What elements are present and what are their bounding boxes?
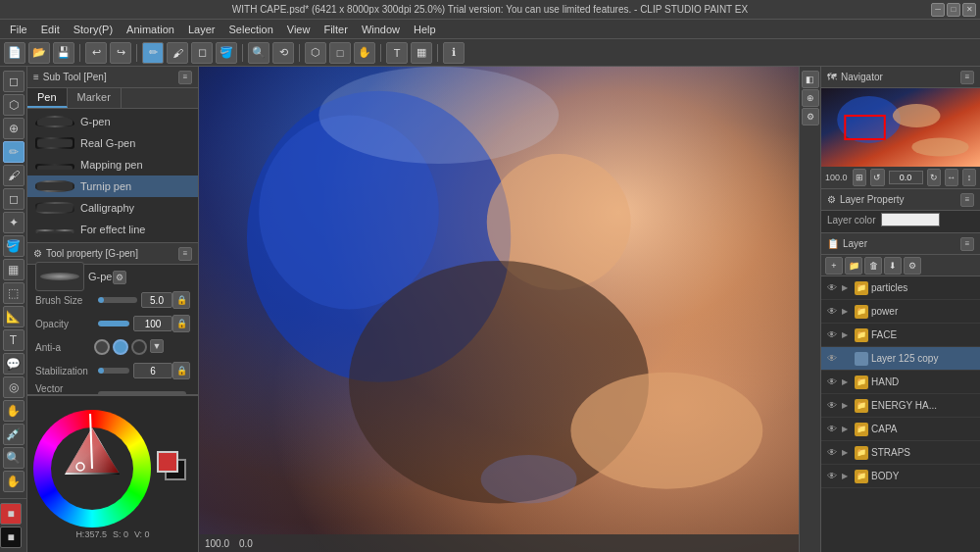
toolbar-zoom[interactable]: 🔍: [248, 42, 270, 64]
layer-folder-btn[interactable]: 📁: [845, 257, 862, 275]
layer-item-particles[interactable]: 👁 ▶ 📁 particles: [821, 276, 980, 300]
tool-gradient[interactable]: ▦: [3, 259, 24, 280]
right-icon-2[interactable]: ⊕: [802, 89, 819, 107]
layer-color-swatch[interactable]: [881, 213, 940, 226]
tool-fg-color[interactable]: ■: [0, 503, 22, 525]
layer-eye-face[interactable]: 👁: [825, 328, 839, 342]
stabilization-input[interactable]: [133, 363, 172, 378]
tool-pen[interactable]: ✏: [3, 141, 24, 163]
tool-eraser[interactable]: ◻: [3, 188, 24, 210]
close-button[interactable]: ✕: [962, 3, 976, 17]
layer-expand-capa[interactable]: ▶: [842, 425, 852, 433]
anti-alias-off-btn[interactable]: [94, 339, 110, 355]
layer-item-layer125[interactable]: 👁 Layer 125 copy: [821, 347, 980, 371]
toolbar-undo[interactable]: ↩: [85, 42, 107, 64]
right-icon-3[interactable]: ⚙: [802, 108, 819, 125]
right-icon-1[interactable]: ◧: [802, 71, 819, 88]
menu-help[interactable]: Help: [408, 23, 442, 36]
layer-eye-power[interactable]: 👁: [825, 305, 839, 319]
tool-figure[interactable]: ⬚: [3, 282, 24, 304]
toolbar-info[interactable]: ℹ: [443, 42, 465, 64]
nav-zoom-fit-btn[interactable]: ⊞: [853, 169, 866, 186]
layer-eye-body[interactable]: 👁: [825, 470, 839, 483]
sub-tool-menu-btn[interactable]: ≡: [178, 71, 192, 84]
stabilization-slider[interactable]: [98, 368, 129, 374]
tool-selection[interactable]: ◻: [3, 71, 24, 92]
brush-effect-line[interactable]: For effect line: [27, 219, 198, 240]
brush-real-g-pen[interactable]: Real G-pen: [27, 132, 198, 154]
toolbar-text[interactable]: T: [386, 42, 408, 64]
toolbar-lasso[interactable]: ⬡: [305, 42, 326, 64]
menu-window[interactable]: Window: [356, 23, 406, 36]
layer-expand-body[interactable]: ▶: [842, 472, 852, 480]
layer-eye-hand[interactable]: 👁: [825, 376, 839, 389]
toolbar-redo[interactable]: ↪: [110, 42, 131, 64]
toolbar-fill[interactable]: 🪣: [216, 42, 237, 64]
tool-brush[interactable]: 🖌: [3, 165, 24, 186]
brush-size-input[interactable]: [141, 292, 172, 308]
nav-rotate-right-btn[interactable]: ↻: [927, 169, 941, 186]
layer-item-straps[interactable]: 👁 ▶ 📁 STRAPS: [821, 441, 980, 465]
tool-fill[interactable]: 🪣: [3, 235, 24, 257]
navigator-preview[interactable]: [821, 88, 980, 167]
tab-marker[interactable]: Marker: [68, 88, 122, 108]
menu-edit[interactable]: Edit: [35, 23, 66, 36]
layer-item-hand[interactable]: 👁 ▶ 📁 HAND: [821, 371, 980, 394]
toolbar-eraser[interactable]: ◻: [191, 42, 213, 64]
minimize-button[interactable]: ─: [931, 3, 945, 17]
layer-expand-energy[interactable]: ▶: [842, 401, 852, 410]
stabilization-lock-btn[interactable]: 🔒: [172, 362, 190, 379]
layer-merge-btn[interactable]: ⬇: [884, 257, 902, 275]
nav-flip-h-btn[interactable]: ↔: [945, 169, 958, 186]
brush-settings-btn[interactable]: ⚙: [113, 271, 126, 284]
layer-eye-layer125[interactable]: 👁: [825, 352, 839, 366]
layer-expand-particles[interactable]: ▶: [842, 283, 852, 292]
tool-property-menu-btn[interactable]: ≡: [178, 247, 192, 261]
menu-story[interactable]: Story(P): [68, 23, 119, 36]
brush-size-slider[interactable]: [98, 297, 137, 303]
navigator-menu-btn[interactable]: ≡: [960, 71, 974, 84]
layer-eye-capa[interactable]: 👁: [825, 423, 839, 436]
brush-turnip-pen[interactable]: Turnip pen: [27, 176, 198, 197]
anti-alias-high-btn[interactable]: [131, 339, 147, 355]
toolbar-gradient[interactable]: ▦: [411, 42, 432, 64]
tool-correction[interactable]: ◎: [3, 376, 24, 398]
layer-delete-btn[interactable]: 🗑: [864, 257, 882, 275]
nav-rotate-left-btn[interactable]: ↺: [870, 169, 884, 186]
layer-expand-power[interactable]: ▶: [842, 307, 852, 316]
opacity-input[interactable]: [133, 316, 172, 331]
foreground-color-swatch[interactable]: [157, 451, 178, 473]
tool-eyedropper[interactable]: 💉: [3, 424, 24, 445]
toolbar-rotate[interactable]: ⟲: [272, 42, 294, 64]
tool-zoom[interactable]: 🔍: [3, 447, 24, 469]
layer-item-power[interactable]: 👁 ▶ 📁 power: [821, 300, 980, 324]
anti-alias-expand-btn[interactable]: ▼: [150, 339, 164, 353]
nav-rotation-input[interactable]: [889, 171, 923, 184]
menu-file[interactable]: File: [4, 23, 33, 36]
layer-item-energy[interactable]: 👁 ▶ 📁 ENERGY HA...: [821, 394, 980, 418]
toolbar-move[interactable]: ✋: [354, 42, 375, 64]
layer-item-body[interactable]: 👁 ▶ 📁 BODY: [821, 465, 980, 488]
color-wheel[interactable]: [33, 410, 151, 527]
tool-hand[interactable]: ✋: [3, 471, 24, 492]
brush-mapping-pen[interactable]: Mapping pen: [27, 154, 198, 176]
opacity-slider[interactable]: [98, 321, 129, 326]
layer-item-capa[interactable]: 👁 ▶ 📁 CAPA: [821, 418, 980, 441]
canvas-area[interactable]: 100.0 0.0: [199, 67, 799, 552]
menu-animation[interactable]: Animation: [121, 23, 180, 36]
brush-g-pen[interactable]: G-pen: [27, 111, 198, 132]
layer-expand-face[interactable]: ▶: [842, 330, 852, 339]
anti-alias-low-btn[interactable]: [113, 339, 128, 355]
menu-layer[interactable]: Layer: [182, 23, 221, 36]
brush-size-lock-btn[interactable]: 🔒: [172, 291, 190, 309]
menu-filter[interactable]: Filter: [318, 23, 353, 36]
toolbar-new[interactable]: 📄: [4, 42, 25, 64]
tool-blend[interactable]: ✦: [3, 212, 24, 233]
opacity-lock-btn[interactable]: 🔒: [172, 315, 190, 332]
nav-flip-v-btn[interactable]: ↕: [962, 169, 976, 186]
layer-eye-straps[interactable]: 👁: [825, 446, 839, 460]
tab-pen[interactable]: Pen: [27, 88, 68, 108]
toolbar-open[interactable]: 📂: [28, 42, 50, 64]
layer-expand-layer125[interactable]: [842, 354, 852, 363]
tool-lasso[interactable]: ⬡: [3, 94, 24, 116]
